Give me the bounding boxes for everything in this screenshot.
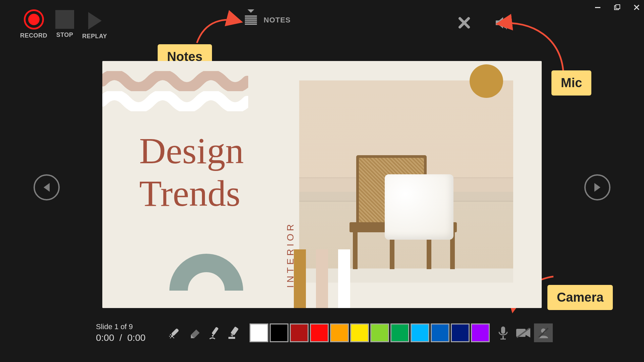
record-label: RECORD [20,32,47,39]
replay-label: REPLAY [82,33,107,40]
svg-rect-0 [595,7,600,8]
palette-color-4[interactable] [330,323,349,342]
palette-color-6[interactable] [370,323,389,342]
palette-color-2[interactable] [290,323,309,342]
laser-pointer-tool[interactable] [166,324,184,342]
close-button[interactable] [632,3,641,12]
bottom-bar: Slide 1 of 9 0:00 / 0:00 [96,321,548,345]
highlighter-tool[interactable] [225,324,243,342]
svg-rect-17 [230,326,238,336]
replay-button[interactable] [86,11,103,30]
wave-decoration-2 [102,91,248,113]
slide-title-line1: Design [139,130,244,172]
palette-color-11[interactable] [471,323,490,342]
stop-button[interactable] [55,10,74,29]
eraser-tool[interactable] [186,324,204,342]
callout-mic: Mic [551,70,591,96]
cameo-toggle[interactable] [534,323,553,342]
slide-title: Design Trends [139,130,244,215]
svg-marker-10 [44,183,50,192]
slide-canvas: Design Trends INTERIOR [102,61,542,308]
palette-color-9[interactable] [431,323,449,342]
svg-marker-11 [594,183,600,192]
camera-toggle[interactable] [514,323,533,342]
notes-icon [245,15,257,25]
gold-circle-decoration [470,64,503,98]
svg-rect-19 [501,326,505,334]
palette-color-10[interactable] [451,323,470,342]
svg-point-12 [171,335,173,337]
swatch-1 [294,249,306,308]
arch-decoration [169,254,243,291]
svg-rect-20 [502,336,504,339]
record-button[interactable] [24,9,44,29]
svg-marker-3 [88,12,102,29]
previous-slide-button[interactable] [34,174,60,200]
svg-marker-15 [212,334,214,337]
palette-color-1[interactable] [270,323,288,342]
slide-counter: Slide 1 of 9 [96,322,150,331]
svg-rect-21 [500,339,506,340]
clear-ink-button[interactable] [457,15,472,30]
callout-camera: Camera [547,285,613,310]
slide-timer: 0:00 / 0:00 [96,333,150,343]
color-palette [250,323,490,342]
color-swatch-strip [294,249,350,308]
svg-rect-14 [212,327,219,335]
wave-decoration-1 [102,71,248,93]
palette-color-5[interactable] [350,323,369,342]
next-slide-button[interactable] [584,174,610,200]
palette-color-8[interactable] [411,323,429,342]
palette-color-3[interactable] [310,323,329,342]
pen-tools [166,324,243,342]
notes-label: NOTES [264,16,291,24]
svg-rect-16 [228,337,235,339]
microphone-toggle[interactable] [494,323,513,342]
palette-color-0[interactable] [250,323,268,342]
palette-color-7[interactable] [390,323,409,342]
slide-title-line2: Trends [139,172,244,215]
notes-toggle[interactable]: NOTES [245,15,291,25]
swatch-3 [338,249,350,308]
arrow-to-notes [195,16,242,46]
svg-rect-13 [171,328,179,336]
pen-tool[interactable] [205,324,223,342]
stop-label: STOP [56,32,73,39]
svg-rect-2 [616,5,620,9]
swatch-2 [316,249,328,308]
